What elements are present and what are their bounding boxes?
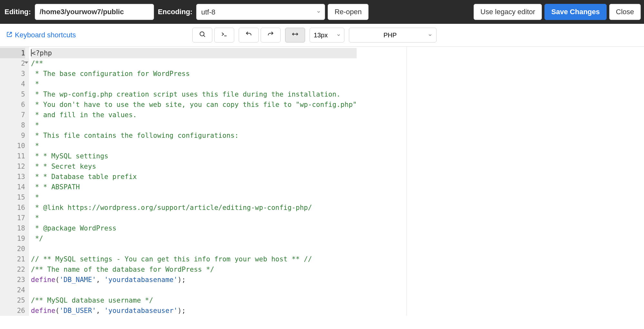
keyboard-shortcuts-link[interactable]: Keyboard shortcuts: [6, 31, 76, 39]
code-line[interactable]: [31, 285, 357, 295]
token-punct: );: [178, 307, 186, 315]
token-punct: (: [55, 307, 60, 315]
line-number[interactable]: 12: [0, 161, 25, 172]
line-number[interactable]: 25: [0, 295, 25, 306]
code-line[interactable]: define('DB_NAME', 'yourdatabasename');: [31, 275, 357, 285]
line-number[interactable]: 4: [0, 79, 25, 89]
line-number[interactable]: 3: [0, 69, 25, 79]
fontsize-select[interactable]: 13px: [310, 28, 344, 42]
undo-icon: [245, 31, 252, 40]
token-comment: */: [31, 235, 43, 242]
gutter[interactable]: 1234567891011121314151617181920212223242…: [0, 47, 29, 316]
line-number[interactable]: 14: [0, 182, 25, 192]
token-comment: * @link https://wordpress.org/support/ar…: [31, 204, 312, 212]
code-line[interactable]: /** The name of the database for WordPre…: [31, 264, 357, 275]
encoding-select[interactable]: utf-8: [196, 4, 325, 20]
line-number[interactable]: 22: [0, 264, 25, 275]
code-line[interactable]: * You don't have to use the web site, yo…: [31, 99, 357, 110]
line-number[interactable]: 21: [0, 254, 25, 264]
token-punct: ,: [96, 307, 104, 315]
line-number[interactable]: 9: [0, 130, 25, 141]
editor-wrap: 1234567891011121314151617181920212223242…: [0, 47, 644, 316]
code-area[interactable]: <?php/** * The base configuration for Wo…: [29, 47, 357, 316]
line-number[interactable]: 7: [0, 110, 25, 120]
line-number[interactable]: 20: [0, 244, 25, 254]
legacy-editor-button[interactable]: Use legacy editor: [474, 4, 542, 20]
line-number[interactable]: 17: [0, 213, 25, 223]
undo-button[interactable]: [239, 28, 259, 42]
line-number[interactable]: 16: [0, 202, 25, 213]
line-number[interactable]: 15: [0, 192, 25, 202]
line-number[interactable]: 19: [0, 233, 25, 244]
token-comment: // ** MySQL settings - You can get this …: [31, 255, 312, 263]
token-comment: * You don't have to use the web site, yo…: [31, 101, 357, 108]
code-line[interactable]: /** MySQL database username */: [31, 295, 357, 306]
code-line[interactable]: * * ABSPATH: [31, 182, 357, 192]
line-number[interactable]: 8: [0, 120, 25, 130]
line-number[interactable]: 11: [0, 151, 25, 161]
code-line[interactable]: * @package WordPress: [31, 223, 357, 233]
language-select[interactable]: PHP: [349, 28, 437, 42]
token-comment: /** The name of the database for WordPre…: [31, 266, 214, 273]
token-comment: * * Database table prefix: [31, 173, 137, 181]
line-number[interactable]: 6: [0, 99, 25, 110]
token-comment: *: [31, 214, 39, 222]
code-line[interactable]: /**: [31, 58, 357, 69]
code-line[interactable]: * and fill in the values.: [31, 110, 357, 120]
svg-line-1: [204, 35, 205, 37]
wrap-toggle-button[interactable]: [285, 28, 305, 42]
code-line[interactable]: * @link https://wordpress.org/support/ar…: [31, 202, 357, 213]
toolbar: Keyboard shortcuts: [0, 24, 644, 47]
code-line[interactable]: *: [31, 79, 357, 89]
encoding-label: Encoding:: [157, 8, 194, 16]
code-editor[interactable]: 1234567891011121314151617181920212223242…: [0, 47, 644, 316]
token-comment: * and fill in the values.: [31, 111, 137, 119]
token-comment: * * Secret keys: [31, 163, 96, 170]
code-line[interactable]: *: [31, 120, 357, 130]
fold-marker-icon[interactable]: [24, 61, 28, 64]
save-changes-button[interactable]: Save Changes: [544, 4, 606, 20]
code-line[interactable]: * The wp-config.php creation script uses…: [31, 89, 357, 99]
line-number[interactable]: 24: [0, 285, 25, 295]
reopen-button[interactable]: Re-open: [328, 4, 368, 20]
line-number[interactable]: 18: [0, 223, 25, 233]
token-str: 'DB_USER': [60, 307, 96, 315]
code-line[interactable]: * This file contains the following confi…: [31, 130, 357, 141]
line-number[interactable]: 13: [0, 172, 25, 182]
token-comment: * The wp-config.php creation script uses…: [31, 90, 341, 98]
code-line[interactable]: */: [31, 233, 357, 244]
token-comment: * * ABSPATH: [31, 183, 80, 191]
code-line[interactable]: *: [31, 192, 357, 202]
code-line[interactable]: define('DB_USER', 'yourdatabaseuser');: [31, 306, 357, 316]
line-number[interactable]: 2: [0, 58, 25, 69]
token-comment: /** MySQL database username */: [31, 296, 153, 304]
token-comment: * @package WordPress: [31, 224, 117, 232]
line-number[interactable]: 1: [0, 48, 25, 58]
code-line[interactable]: * * Secret keys: [31, 161, 357, 172]
line-number[interactable]: 10: [0, 141, 25, 151]
code-line[interactable]: *: [31, 141, 357, 151]
code-line[interactable]: * * MySQL settings: [31, 151, 357, 161]
code-line[interactable]: [31, 244, 357, 254]
token-comment: *: [31, 121, 39, 129]
token-str: 'yourdatabasename': [104, 276, 178, 284]
code-line[interactable]: *: [31, 213, 357, 223]
code-line[interactable]: // ** MySQL settings - You can get this …: [31, 254, 357, 264]
keyboard-shortcuts-label: Keyboard shortcuts: [15, 31, 76, 39]
code-line[interactable]: <?php: [31, 48, 357, 58]
token-punct: (: [55, 276, 60, 284]
token-punct: );: [178, 276, 186, 284]
close-button[interactable]: Close: [609, 4, 641, 20]
redo-button[interactable]: [261, 28, 281, 42]
line-number[interactable]: 23: [0, 275, 25, 285]
token-comment: *: [31, 80, 39, 88]
terminal-button[interactable]: [214, 28, 234, 42]
code-line[interactable]: * The base configuration for WordPress: [31, 69, 357, 79]
code-line[interactable]: * * Database table prefix: [31, 172, 357, 182]
token-comment: * * MySQL settings: [31, 152, 108, 160]
token-comment: * The base configuration for WordPress: [31, 70, 190, 78]
filename-input[interactable]: [35, 4, 154, 20]
search-button[interactable]: [192, 28, 212, 42]
line-number[interactable]: 26: [0, 306, 25, 316]
line-number[interactable]: 5: [0, 89, 25, 99]
